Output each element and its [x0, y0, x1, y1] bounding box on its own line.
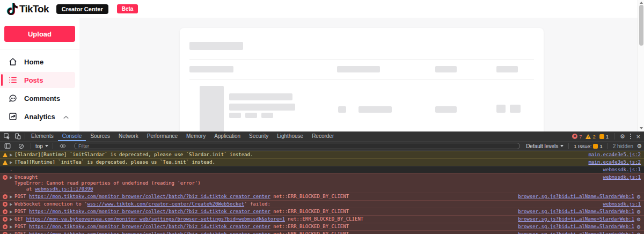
comments-icon [8, 94, 17, 103]
tab-application[interactable]: Application [210, 131, 245, 141]
issues-count-badge[interactable]: 1 [599, 134, 609, 140]
source-location-link[interactable]: browser.sg.js?bid=ti…alName=SlardarWeb:1 [518, 231, 634, 234]
toolbar-separator [53, 143, 53, 149]
device-toolbar-icon[interactable] [12, 131, 23, 142]
tab-sources[interactable]: Sources [86, 131, 114, 141]
console-row-error: ×POST https://mon.tiktokv.com/monitor_br… [0, 193, 644, 200]
log-levels-select[interactable]: Default levels [526, 143, 564, 149]
sidebar-item-posts[interactable]: Posts [0, 72, 75, 88]
tiktok-wordmark: TikTok [19, 3, 49, 15]
javascript-context-select[interactable]: top [35, 143, 48, 149]
source-location-link[interactable]: webmssdk.js:1 [603, 167, 641, 173]
tab-security[interactable]: Security [245, 131, 273, 141]
console-url-link[interactable]: wss://www.tiktok.com/creator-center/Crea… [87, 201, 244, 207]
console-row-warning: [Slardar][Runtime] `initSlardar` is depr… [0, 151, 644, 158]
issue-count: 1 [599, 143, 602, 149]
console-source: webmssdk.js:1 [603, 174, 641, 180]
tab-network[interactable]: Network [114, 131, 143, 141]
warning-icon [586, 134, 591, 139]
skeleton-bar [435, 106, 457, 113]
expand-triangle-icon[interactable] [10, 218, 12, 221]
tab-memory[interactable]: Memory [182, 131, 210, 141]
source-location-link[interactable]: browser.sg.js?bid=ti…alName=SlardarWeb:1 [518, 209, 634, 215]
more-options-icon[interactable] [629, 133, 633, 141]
issue-label: 1 Issue: [574, 143, 591, 149]
console-message: ×GET https://mon-va.byteoversea.com/moni… [3, 216, 363, 222]
source-location-link[interactable]: webmssdk.js:1 [603, 174, 641, 180]
console-text: . [10, 167, 12, 173]
chevron-up-icon[interactable] [63, 113, 69, 121]
toolbar-separator [608, 143, 608, 149]
console-source: browser.sg.js?bid=ti…alName=SlardarWeb:1… [518, 194, 641, 200]
source-location-link[interactable]: main.eca4e3e5.js:2 [588, 159, 641, 165]
source-location-link[interactable]: browser.sg.js?bid=ti…alName=SlardarWeb:1 [518, 216, 634, 222]
console-row-error: ×POST https://mon.tiktokv.com/monitor_br… [0, 223, 644, 230]
console-url-link[interactable]: https://mon.tiktokv.com/monitor_browser/… [29, 194, 270, 199]
sidebar-item-label: Posts [24, 76, 43, 84]
warning-count-badge[interactable]: 2 [586, 134, 595, 140]
console-url-link[interactable]: https://mon-va.byteoversea.com/monitor_w… [26, 216, 285, 222]
expand-triangle-icon[interactable] [10, 153, 12, 157]
expand-triangle-icon[interactable] [10, 161, 12, 164]
console-source: browser.sg.js?bid=ti…alName=SlardarWeb:1… [518, 216, 641, 222]
console-fragment: net::ERR_BLOCKED_BY_CLIENT [285, 216, 363, 222]
console-fragment: POST [14, 194, 29, 199]
gear-icon[interactable]: ⚙ [636, 217, 641, 222]
expand-triangle-icon[interactable] [10, 176, 12, 179]
expand-triangle-icon[interactable] [10, 225, 12, 229]
source-location-link[interactable]: browser.sg.js?bid=ti…alName=SlardarWeb:1 [518, 224, 634, 230]
console-message: ×POST https://mon.tiktokv.com/monitor_br… [3, 209, 349, 215]
gear-icon[interactable]: ⚙ [636, 232, 641, 234]
console-sidebar-icon[interactable] [2, 141, 13, 151]
skeleton-line [229, 93, 292, 100]
console-url-link[interactable]: https://mon.tiktokv.com/monitor_browser/… [29, 231, 270, 234]
expand-triangle-icon[interactable] [10, 203, 12, 206]
console-url-link[interactable]: https://mon.tiktokv.com/monitor_browser/… [29, 224, 270, 229]
toolbar-separator [568, 143, 569, 149]
console-settings-gear-icon[interactable]: ⚙ [636, 143, 642, 149]
console-text: UncaughtTypeError: Cannot read propertie… [14, 174, 201, 192]
sidebar-subitem-key-metrics[interactable]: Key metrics [0, 130, 79, 131]
console-row-error: ×WebSocket connection to 'wss://www.tikt… [0, 200, 644, 208]
source-location-link[interactable]: main.eca4e3e5.js:2 [588, 152, 641, 158]
tab-console[interactable]: Console [58, 131, 86, 141]
console-url-link[interactable]: https://mon.tiktokv.com/monitor_browser/… [29, 209, 270, 214]
error-count-badge[interactable]: × 7 [572, 134, 582, 140]
log-spacer [3, 167, 8, 172]
issues-link[interactable]: 1 Issue: 1 [574, 143, 603, 149]
upload-button[interactable]: Upload [4, 26, 75, 42]
toolbar-separator [614, 133, 614, 140]
console-url-link[interactable]: webmssdk.js:1:170390 [35, 186, 93, 192]
console-toolbar: top Default levels 1 Issue: 1 [0, 142, 644, 151]
scrollbar-up-arrow[interactable] [640, 2, 643, 4]
tab-lighthouse[interactable]: Lighthouse [273, 131, 308, 141]
error-icon: × [3, 232, 8, 234]
inspect-element-icon[interactable] [2, 131, 12, 142]
scrollbar-thumb[interactable] [639, 5, 643, 46]
tiktok-logo[interactable]: TikTok [6, 3, 49, 15]
gear-icon[interactable]: ⚙ [636, 209, 641, 215]
close-devtools-icon[interactable]: × [636, 133, 640, 140]
gear-icon[interactable]: ⚙ [636, 194, 641, 200]
source-location-link[interactable]: webmssdk.js:1 [603, 201, 641, 207]
sidebar-item-home[interactable]: Home [0, 54, 75, 70]
tab-elements[interactable]: Elements [27, 131, 58, 141]
tab-recorder[interactable]: Recorder [308, 131, 338, 141]
sidebar-item-comments[interactable]: Comments [0, 90, 75, 106]
console-message: ×WebSocket connection to 'wss://www.tikt… [3, 201, 270, 207]
scrollbar-down-arrow[interactable] [640, 127, 643, 129]
expand-triangle-icon[interactable] [10, 195, 12, 199]
settings-gear-icon[interactable]: ⚙ [620, 134, 625, 140]
console-row-log: .webmssdk.js:1 [0, 166, 644, 173]
console-fragment: Uncaught [14, 174, 38, 180]
live-expression-eye-icon[interactable] [57, 141, 68, 151]
expand-triangle-icon[interactable] [10, 210, 12, 214]
sidebar-item-analytics[interactable]: Analytics [0, 108, 75, 125]
clear-console-icon[interactable] [16, 141, 26, 151]
page-body: Upload Home Posts [0, 18, 644, 131]
page-scrollbar[interactable] [638, 0, 644, 131]
source-location-link[interactable]: browser.sg.js?bid=ti…alName=SlardarWeb:1 [518, 194, 634, 200]
console-filter-input[interactable] [74, 143, 520, 149]
gear-icon[interactable]: ⚙ [636, 224, 641, 230]
tab-performance[interactable]: Performance [143, 131, 182, 141]
